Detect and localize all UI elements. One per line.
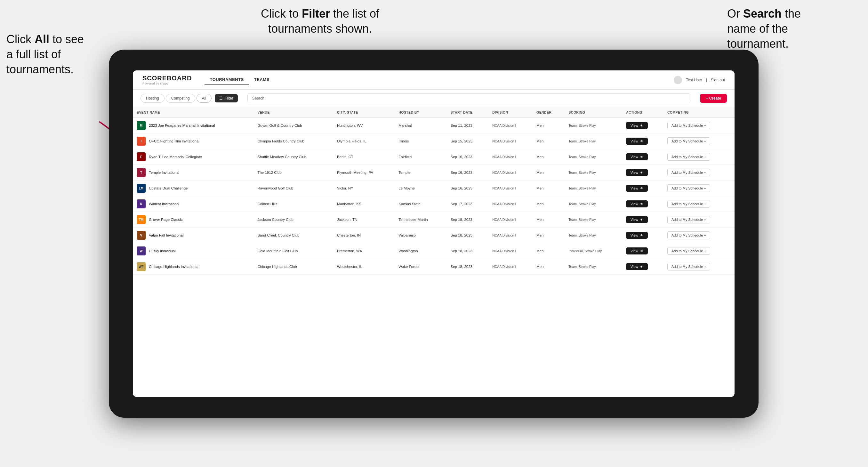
eye-icon-2: 👁 [640,155,643,159]
cell-event-5: K Wildcat Invitational [133,196,253,212]
sign-out-link[interactable]: Sign out [711,78,725,82]
filter-icon: ☰ [219,96,223,100]
cell-gender-2: Men [533,149,565,165]
add-schedule-button-0[interactable]: Add to My Schedule + [667,122,710,129]
tablet-frame: SCOREBOARD Powered by clippd TOURNAMENTS… [109,50,758,418]
cell-venue-3: The 1912 Club [253,165,333,181]
team-logo-8: W [137,246,146,255]
table-body: M 2023 Joe Feaganes Marshall Invitationa… [133,118,735,275]
competing-pill[interactable]: Competing [166,94,195,103]
view-button-3[interactable]: View 👁 [626,169,648,176]
cell-division-8: NCAA Division I [488,243,533,259]
team-logo-4: LM [137,184,146,193]
view-button-9[interactable]: View 👁 [626,263,648,270]
cell-competing-4: Add to My Schedule + [663,181,735,196]
view-button-6[interactable]: View 👁 [626,216,648,223]
cell-competing-3: Add to My Schedule + [663,165,735,181]
team-logo-7: V [137,231,146,240]
col-scoring: SCORING [565,107,622,118]
table-row: F Ryan T. Lee Memorial Collegiate Shuttl… [133,149,735,165]
hosting-pill[interactable]: Hosting [141,94,164,103]
event-name-0: 2023 Joe Feaganes Marshall Invitational [149,124,215,127]
create-button[interactable]: + Create [700,94,727,103]
add-schedule-button-4[interactable]: Add to My Schedule + [667,184,710,192]
view-button-1[interactable]: View 👁 [626,137,648,145]
event-name-2: Ryan T. Lee Memorial Collegiate [149,155,202,159]
cell-actions-0: View 👁 [622,118,663,133]
view-button-0[interactable]: View 👁 [626,122,648,129]
all-pill[interactable]: All [196,94,212,103]
eye-icon-7: 👁 [640,234,643,237]
cell-gender-1: Men [533,133,565,149]
cell-city-3: Plymouth Meeting, PA [333,165,395,181]
event-name-7: Valpo Fall Invitational [149,234,183,237]
add-schedule-button-2[interactable]: Add to My Schedule + [667,153,710,161]
search-input[interactable] [247,93,691,103]
view-button-5[interactable]: View 👁 [626,200,648,208]
cell-division-7: NCAA Division I [488,227,533,243]
tablet-screen: SCOREBOARD Powered by clippd TOURNAMENTS… [133,70,735,397]
app-logo: SCOREBOARD [143,74,192,82]
add-schedule-button-9[interactable]: Add to My Schedule + [667,263,710,271]
logo-area: SCOREBOARD Powered by clippd [143,74,192,85]
cell-date-3: Sep 16, 2023 [447,165,489,181]
event-name-1: OFCC Fighting Illini Invitational [149,139,199,143]
cell-competing-7: Add to My Schedule + [663,227,735,243]
event-cell-0: M 2023 Joe Feaganes Marshall Invitationa… [137,121,250,130]
col-start-date: START DATE [447,107,489,118]
cell-gender-3: Men [533,165,565,181]
app-logo-sub: Powered by clippd [143,82,192,85]
view-button-7[interactable]: View 👁 [626,232,648,239]
add-schedule-button-3[interactable]: Add to My Schedule + [667,169,710,176]
table-row: K Wildcat Invitational Colbert Hills Man… [133,196,735,212]
event-cell-5: K Wildcat Invitational [137,199,250,208]
add-schedule-button-6[interactable]: Add to My Schedule + [667,216,710,223]
cell-event-2: F Ryan T. Lee Memorial Collegiate [133,149,253,165]
add-schedule-button-8[interactable]: Add to My Schedule + [667,247,710,255]
nav-teams[interactable]: TEAMS [249,74,275,85]
col-event-name: EVENT NAME [133,107,253,118]
event-name-6: Grover Page Classic [149,218,182,221]
annotation-search: Or Search thename of thetournament. [727,6,849,51]
cell-scoring-9: Team, Stroke Play [565,259,622,275]
team-logo-3: T [137,168,146,177]
cell-venue-6: Jackson Country Club [253,212,333,227]
event-cell-1: I OFCC Fighting Illini Invitational [137,137,250,146]
cell-actions-8: View 👁 [622,243,663,259]
add-schedule-button-5[interactable]: Add to My Schedule + [667,200,710,208]
cell-competing-8: Add to My Schedule + [663,243,735,259]
eye-icon-8: 👁 [640,249,643,253]
view-button-2[interactable]: View 👁 [626,153,648,160]
cell-gender-8: Men [533,243,565,259]
nav-tournaments[interactable]: TOURNAMENTS [205,74,249,85]
view-button-4[interactable]: View 👁 [626,185,648,192]
add-schedule-button-7[interactable]: Add to My Schedule + [667,231,710,239]
cell-actions-9: View 👁 [622,259,663,275]
annotation-all: Click All to seea full list oftournament… [6,32,105,77]
tournaments-table-container: EVENT NAME VENUE CITY, STATE HOSTED BY S… [133,107,735,397]
cell-scoring-5: Team, Stroke Play [565,196,622,212]
event-cell-6: TM Grover Page Classic [137,215,250,224]
cell-city-5: Manhattan, KS [333,196,395,212]
cell-event-8: W Husky Individual [133,243,253,259]
filter-pill-group: Hosting Competing All [141,94,212,103]
cell-gender-7: Men [533,227,565,243]
cell-venue-7: Sand Creek Country Club [253,227,333,243]
add-schedule-button-1[interactable]: Add to My Schedule + [667,137,710,145]
view-button-8[interactable]: View 👁 [626,247,648,254]
event-name-5: Wildcat Invitational [149,202,180,206]
tournaments-table: EVENT NAME VENUE CITY, STATE HOSTED BY S… [133,107,735,275]
table-row: WF Chicago Highlands Invitational Chicag… [133,259,735,275]
eye-icon-5: 👁 [640,202,643,206]
cell-division-3: NCAA Division I [488,165,533,181]
filter-button[interactable]: ☰ Filter [215,94,238,102]
cell-venue-9: Chicago Highlands Club [253,259,333,275]
cell-division-5: NCAA Division I [488,196,533,212]
col-venue: VENUE [253,107,333,118]
cell-hosted-9: Wake Forest [395,259,446,275]
user-name: Test User [686,78,702,82]
eye-icon-3: 👁 [640,171,643,175]
cell-actions-7: View 👁 [622,227,663,243]
eye-icon-1: 👁 [640,139,643,143]
event-name-4: Upstate Dual Challenge [149,186,188,190]
